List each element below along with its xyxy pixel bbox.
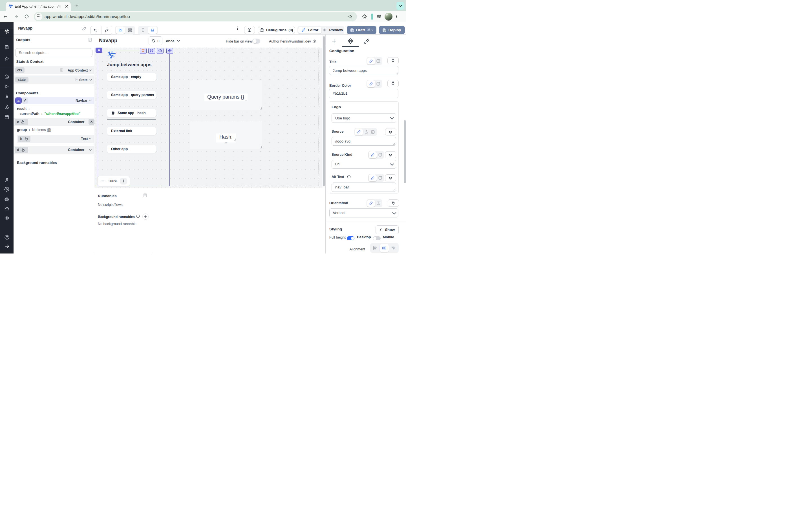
svg-text:f: f — [379, 177, 380, 179]
svg-text:f: f — [379, 154, 380, 156]
svg-text:f: f — [378, 60, 379, 62]
svg-text:f: f — [378, 82, 379, 85]
svg-text:f: f — [372, 131, 373, 133]
svg-text:f: f — [378, 202, 379, 205]
